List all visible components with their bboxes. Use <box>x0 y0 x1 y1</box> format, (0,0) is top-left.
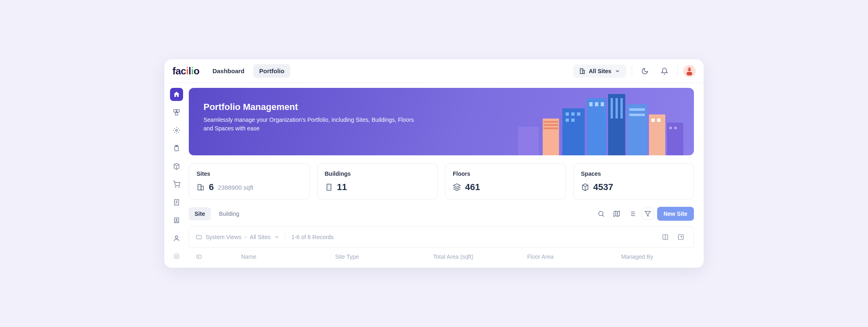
sidebar-tenants[interactable] <box>170 214 183 227</box>
sidebar-procurement[interactable] <box>170 178 183 191</box>
boxes-icon <box>173 109 180 116</box>
nav-portfolio[interactable]: Portfolio <box>253 64 290 78</box>
stat-spaces[interactable]: Spaces 4537 <box>573 164 694 199</box>
col-name[interactable]: Name <box>241 253 335 260</box>
sidebar-home[interactable] <box>170 88 183 101</box>
list-view-button[interactable] <box>626 208 638 220</box>
svg-rect-29 <box>566 119 569 122</box>
sidebar <box>164 83 189 268</box>
stat-label: Sites <box>197 170 302 177</box>
svg-rect-50 <box>327 184 331 190</box>
stat-value: 11 <box>337 182 347 193</box>
stat-floors[interactable]: Floors 461 <box>445 164 566 199</box>
chevron-down-icon <box>274 234 280 240</box>
sidebar-assets[interactable] <box>170 106 183 119</box>
theme-toggle[interactable] <box>638 64 652 78</box>
building-user-icon <box>173 217 180 224</box>
col-managed[interactable]: Managed By <box>621 253 687 260</box>
new-site-button[interactable]: New Site <box>657 207 694 221</box>
svg-point-16 <box>176 219 177 220</box>
filter-icon <box>644 211 651 217</box>
stat-sites[interactable]: Sites 6 2388900 sqft <box>189 164 310 199</box>
subtab-building[interactable]: Building <box>213 207 245 220</box>
layers-icon <box>453 183 461 191</box>
svg-rect-41 <box>629 114 645 116</box>
views-label: System Views <box>206 234 242 240</box>
cube-icon <box>581 183 589 191</box>
stat-label: Floors <box>453 170 558 177</box>
svg-rect-30 <box>571 119 575 122</box>
svg-rect-53 <box>678 235 683 240</box>
stat-label: Spaces <box>581 170 687 177</box>
svg-point-17 <box>175 236 178 238</box>
stat-value: 6 <box>209 182 214 193</box>
col-area[interactable]: Total Area (sqft) <box>433 253 527 260</box>
col-id[interactable]: ID <box>196 253 241 260</box>
export-button[interactable] <box>675 231 687 243</box>
sidebar-inventory[interactable] <box>170 160 183 173</box>
svg-point-19 <box>174 254 179 259</box>
svg-rect-34 <box>601 102 604 106</box>
stat-sub: 2388900 sqft <box>218 184 253 191</box>
home-icon <box>173 91 180 98</box>
svg-rect-20 <box>518 127 539 155</box>
columns-button[interactable] <box>659 231 671 243</box>
columns-icon <box>662 234 669 240</box>
svg-point-12 <box>175 187 176 188</box>
chevron-down-icon <box>615 68 620 74</box>
table-header: ID Name Site Type Total Area (sqft) Floo… <box>189 248 694 266</box>
col-type[interactable]: Site Type <box>335 253 433 260</box>
svg-rect-9 <box>175 113 178 115</box>
stat-buildings[interactable]: Buildings 11 <box>317 164 438 199</box>
topbar: facilio Dashboard Portfolio All Sites <box>164 59 704 83</box>
sidebar-workorders[interactable] <box>170 142 183 155</box>
view-bar: System Views - All Sites 1-6 of 6 Record… <box>189 226 694 248</box>
nav-tabs: Dashboard Portfolio <box>207 64 290 78</box>
svg-point-6 <box>690 68 691 69</box>
gear-small-icon <box>173 253 180 260</box>
hero-description: Seamlessly manage your Organization's Po… <box>204 116 416 133</box>
svg-rect-28 <box>577 112 580 116</box>
svg-point-10 <box>176 130 178 132</box>
package-icon <box>173 163 180 170</box>
gear-icon <box>173 127 180 134</box>
svg-rect-47 <box>674 127 677 129</box>
svg-rect-37 <box>615 98 618 119</box>
nav-dashboard[interactable]: Dashboard <box>207 64 250 78</box>
svg-rect-49 <box>201 186 204 190</box>
sidebar-settings[interactable] <box>170 124 183 137</box>
svg-point-51 <box>599 211 603 216</box>
svg-point-18 <box>176 255 177 257</box>
svg-rect-26 <box>566 112 569 116</box>
site-icon <box>197 183 205 191</box>
hero-banner: Portfolio Management Seamlessly manage y… <box>189 88 694 155</box>
record-count: 1-6 of 6 Records <box>291 234 334 240</box>
search-button[interactable] <box>595 208 607 220</box>
receipt-icon <box>173 199 180 206</box>
list-icon <box>629 210 636 217</box>
map-view-button[interactable] <box>611 208 623 220</box>
sidebar-billing[interactable] <box>170 196 183 209</box>
site-picker[interactable]: All Sites <box>573 65 626 78</box>
svg-rect-22 <box>544 121 558 123</box>
user-icon <box>173 235 180 242</box>
building-icon <box>579 68 586 74</box>
current-view[interactable]: All Sites <box>250 234 271 240</box>
svg-rect-24 <box>544 128 558 129</box>
svg-rect-7 <box>174 110 176 112</box>
avatar[interactable] <box>683 65 696 77</box>
svg-rect-48 <box>198 184 201 190</box>
svg-rect-39 <box>627 104 647 155</box>
svg-rect-40 <box>629 108 645 111</box>
sidebar-vendors[interactable] <box>170 232 183 245</box>
svg-rect-44 <box>657 119 660 122</box>
notifications-button[interactable] <box>658 64 671 78</box>
divider <box>677 66 678 76</box>
col-floor[interactable]: Floor Area <box>527 253 621 260</box>
subtab-site[interactable]: Site <box>189 207 211 220</box>
svg-rect-23 <box>544 124 558 126</box>
sidebar-more[interactable] <box>170 250 183 263</box>
folder-icon <box>196 234 202 240</box>
filter-button[interactable] <box>642 208 654 220</box>
svg-rect-33 <box>595 102 598 106</box>
